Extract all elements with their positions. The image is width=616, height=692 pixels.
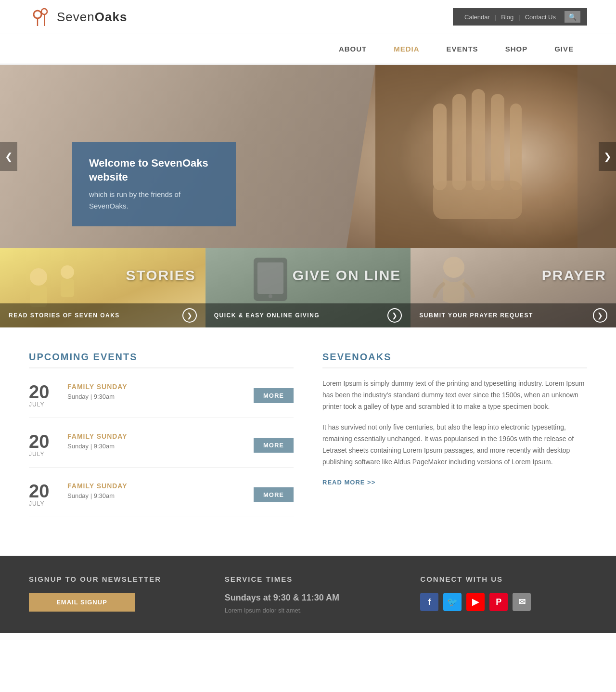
- event-more-button-1[interactable]: MORE: [254, 388, 294, 403]
- event-date-1: 20 JULY: [29, 383, 58, 408]
- prayer-card[interactable]: PRAYER SUBMIT YOUR PRAYER REQUEST ❯: [411, 248, 616, 327]
- give-arrow-icon: ❯: [387, 308, 402, 323]
- event-name-3: FAMILY SUNDAY: [67, 482, 254, 490]
- upcoming-events-title: UPCOMING EVENTS: [29, 352, 294, 368]
- event-date-num-2: 20: [29, 432, 58, 451]
- event-time-2: Sunday | 9:30am: [67, 443, 254, 450]
- hero-art: [279, 65, 616, 248]
- give-footer-text: QUICK & EASY ONLINE GIVING: [214, 312, 320, 319]
- email-signup-button[interactable]: EMAIL SIGNUP: [29, 593, 135, 612]
- svg-rect-8: [491, 94, 504, 190]
- event-more-button-3[interactable]: MORE: [254, 487, 294, 502]
- email-icon[interactable]: ✉: [513, 593, 531, 611]
- read-more-link[interactable]: READ MORE >>: [322, 479, 375, 486]
- nav-media[interactable]: MEDIA: [380, 34, 433, 64]
- svg-point-0: [34, 11, 41, 18]
- stories-card-footer[interactable]: READ STORIES OF SEVEN OAKS ❯: [0, 303, 205, 327]
- event-item-1: 20 JULY FAMILY SUNDAY Sunday | 9:30am MO…: [29, 383, 294, 418]
- facebook-icon[interactable]: f: [420, 593, 438, 611]
- prayer-footer-text: SUBMIT YOUR PRAYER REQUEST: [419, 312, 533, 319]
- top-links: Calendar | Blog | Contact Us 🔍: [453, 8, 587, 26]
- event-name-2: FAMILY SUNDAY: [67, 432, 254, 440]
- hero-slider: Welcome to SevenOaks website which is ru…: [0, 65, 616, 248]
- event-date-num-3: 20: [29, 482, 58, 500]
- sevenoaks-paragraph-2: It has survived not only five centuries,…: [322, 422, 587, 468]
- footer-newsletter: SIGNUP TO OUR NEWSLETTER EMAIL SIGNUP: [29, 575, 196, 614]
- logo-icon: [29, 5, 53, 29]
- svg-rect-5: [433, 104, 447, 190]
- svg-rect-15: [61, 279, 74, 297]
- footer-service-times: SERVICE TIMES Sundays at 9:30 & 11:30 AM…: [225, 575, 392, 614]
- event-info-2: FAMILY SUNDAY Sunday | 9:30am: [58, 432, 254, 450]
- event-item-3: 20 JULY FAMILY SUNDAY Sunday | 9:30am MO…: [29, 482, 294, 517]
- svg-rect-18: [257, 262, 283, 294]
- prayer-arrow-icon: ❯: [593, 308, 607, 323]
- main-nav: ABOUT MEDIA EVENTS SHOP GIVE: [0, 34, 616, 65]
- svg-point-12: [30, 268, 47, 286]
- event-item-2: 20 JULY FAMILY SUNDAY Sunday | 9:30am MO…: [29, 432, 294, 468]
- svg-point-1: [41, 9, 47, 14]
- sevenoaks-title: SEVENOAKS: [322, 352, 587, 368]
- pinterest-icon[interactable]: P: [489, 593, 508, 611]
- event-date-2: 20 JULY: [29, 432, 58, 457]
- twitter-icon[interactable]: 🐦: [443, 593, 462, 611]
- event-more-button-2[interactable]: MORE: [254, 438, 294, 453]
- main-content: UPCOMING EVENTS 20 JULY FAMILY SUNDAY Su…: [0, 327, 616, 556]
- sevenoaks-paragraph-1: Lorem Ipsum is simply dummy text of the …: [322, 378, 587, 412]
- hero-caption: Welcome to SevenOaks website which is ru…: [72, 142, 236, 226]
- prayer-card-title: PRAYER: [542, 267, 606, 284]
- svg-rect-6: [452, 94, 466, 190]
- svg-rect-7: [472, 89, 485, 190]
- event-info-1: FAMILY SUNDAY Sunday | 9:30am: [58, 383, 254, 400]
- service-time-text: Sundays at 9:30 & 11:30 AM: [225, 593, 392, 603]
- cards-row: STORIES READ STORIES OF SEVEN OAKS ❯ GIV…: [0, 248, 616, 327]
- stories-card[interactable]: STORIES READ STORIES OF SEVEN OAKS ❯: [0, 248, 205, 327]
- nav-give[interactable]: GIVE: [541, 34, 587, 64]
- logo-text: SevenOaks: [57, 10, 127, 25]
- connect-title: CONNECT WITH US: [420, 575, 587, 583]
- contact-link[interactable]: Contact Us: [520, 13, 561, 21]
- svg-rect-10: [433, 181, 522, 219]
- nav-about[interactable]: ABOUT: [325, 34, 380, 64]
- stories-card-title: STORIES: [126, 267, 196, 284]
- service-sub-text: Lorem ipsum dolor sit amet.: [225, 607, 392, 614]
- youtube-icon[interactable]: ▶: [466, 593, 485, 611]
- upcoming-events-section: UPCOMING EVENTS 20 JULY FAMILY SUNDAY Su…: [29, 352, 294, 532]
- stories-arrow-icon: ❯: [182, 308, 197, 323]
- event-date-month-1: JULY: [29, 401, 58, 408]
- service-times-title: SERVICE TIMES: [225, 575, 392, 583]
- footer: SIGNUP TO OUR NEWSLETTER EMAIL SIGNUP SE…: [0, 556, 616, 633]
- top-bar: SevenOaks Calendar | Blog | Contact Us 🔍: [0, 0, 616, 34]
- calendar-link[interactable]: Calendar: [460, 13, 495, 21]
- blog-link[interactable]: Blog: [496, 13, 518, 21]
- give-card[interactable]: GIVE ON LINE QUICK & EASY ONLINE GIVING …: [205, 248, 411, 327]
- hero-prev-button[interactable]: ❮: [0, 142, 17, 171]
- prayer-card-footer[interactable]: SUBMIT YOUR PRAYER REQUEST ❯: [411, 303, 616, 327]
- newsletter-title: SIGNUP TO OUR NEWSLETTER: [29, 575, 196, 583]
- event-info-3: FAMILY SUNDAY Sunday | 9:30am: [58, 482, 254, 499]
- event-date-num-1: 20: [29, 383, 58, 401]
- event-name-1: FAMILY SUNDAY: [67, 383, 254, 391]
- footer-connect: CONNECT WITH US f 🐦 ▶ P ✉: [420, 575, 587, 614]
- svg-point-19: [269, 294, 272, 298]
- event-time-3: Sunday | 9:30am: [67, 492, 254, 499]
- sevenoaks-section: SEVENOAKS Lorem Ipsum is simply dummy te…: [322, 352, 587, 532]
- logo[interactable]: SevenOaks: [29, 5, 127, 29]
- hero-title: Welcome to SevenOaks website: [89, 157, 219, 184]
- event-time-1: Sunday | 9:30am: [67, 393, 254, 400]
- give-card-title: GIVE ON LINE: [293, 267, 401, 284]
- event-date-month-3: JULY: [29, 500, 58, 507]
- svg-point-21: [443, 257, 464, 278]
- svg-rect-9: [510, 104, 522, 190]
- nav-shop[interactable]: SHOP: [492, 34, 541, 64]
- hero-next-button[interactable]: ❯: [599, 142, 616, 171]
- svg-point-14: [61, 265, 74, 279]
- event-date-3: 20 JULY: [29, 482, 58, 507]
- social-icons: f 🐦 ▶ P ✉: [420, 593, 587, 611]
- stories-footer-text: READ STORIES OF SEVEN OAKS: [9, 312, 120, 319]
- nav-events[interactable]: EVENTS: [433, 34, 492, 64]
- search-button[interactable]: 🔍: [565, 11, 580, 23]
- give-card-footer[interactable]: QUICK & EASY ONLINE GIVING ❯: [205, 303, 411, 327]
- event-date-month-2: JULY: [29, 451, 58, 457]
- hero-subtitle: which is run by the friends of SevenOaks…: [89, 189, 219, 212]
